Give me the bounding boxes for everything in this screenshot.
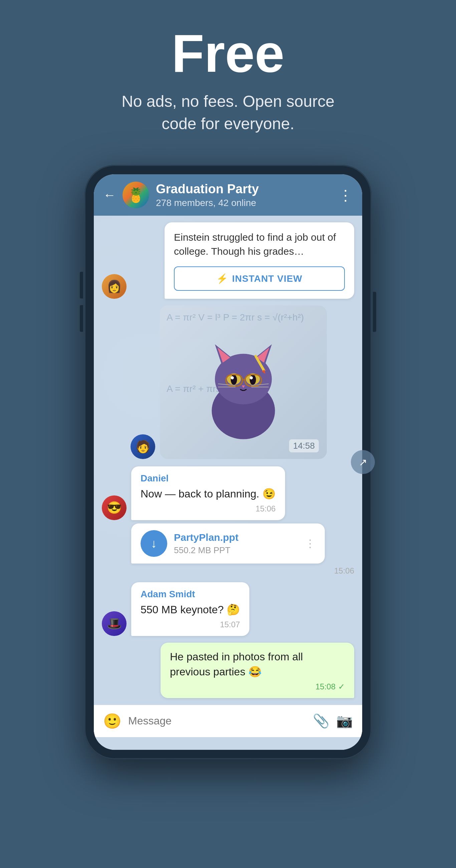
daniel-message-row: 😎 Daniel Now — back to planning. 😉 15:06 [102, 466, 354, 520]
hero-section: Free No ads, no fees. Open sourcecode fo… [0, 0, 456, 155]
avatar-image: 🍍 [123, 182, 149, 208]
input-bar: 🙂 📎 📷 [94, 705, 362, 737]
daniel-text: Now — back to planning. 😉 [141, 487, 276, 501]
chat-menu-button[interactable]: ⋮ [338, 187, 353, 204]
own-message-row: He pasted in photos from all previous pa… [102, 643, 354, 698]
instant-view-label: INSTANT VIEW [232, 273, 302, 284]
file-menu-button[interactable]: ⋮ [305, 537, 315, 550]
sender-avatar-4: 🎩 [102, 611, 126, 636]
daniel-bubble: Daniel Now — back to planning. 😉 15:06 [131, 466, 285, 520]
checkmark-icon: ✓ [338, 682, 345, 691]
group-avatar: 🍍 [123, 182, 149, 208]
camera-button[interactable]: 📷 [336, 713, 353, 729]
adam-sender: Adam Smidt [141, 589, 240, 599]
hero-title: Free [172, 27, 284, 80]
chat-body: 👩 Einstein struggled to find a job out o… [94, 216, 362, 750]
article-message-row: 👩 Einstein struggled to find a job out o… [102, 222, 354, 299]
article-text: Einstein struggled to find a job out of … [164, 222, 354, 264]
chat-meta: 278 members, 42 online [156, 198, 332, 208]
svg-point-10 [231, 376, 234, 379]
sender-avatar-3: 😎 [102, 495, 126, 520]
file-name: PartyPlan.ppt [174, 532, 298, 543]
svg-point-8 [231, 375, 237, 385]
phone-mockup: ← 🍍 Graduation Party 278 members, 42 onl… [85, 165, 371, 759]
cat-sticker [190, 322, 297, 442]
adam-bubble: Adam Smidt 550 MB keynote? 🤔 15:07 [131, 582, 249, 636]
adam-text: 550 MB keynote? 🤔 [141, 602, 240, 617]
file-message-row: ↓ PartyPlan.ppt 550.2 MB PPT ⋮ 15:06 [131, 524, 354, 576]
hero-subtitle: No ads, no fees. Open sourcecode for eve… [122, 90, 334, 135]
own-time: 15:08 ✓ [170, 682, 345, 691]
phone-screen: ← 🍍 Graduation Party 278 members, 42 onl… [94, 174, 362, 750]
article-message: Einstein struggled to find a job out of … [131, 222, 354, 299]
file-info: PartyPlan.ppt 550.2 MB PPT [174, 532, 298, 556]
svg-point-11 [250, 376, 253, 379]
download-button[interactable]: ↓ [141, 530, 167, 557]
file-bubble: ↓ PartyPlan.ppt 550.2 MB PPT ⋮ [131, 524, 325, 563]
file-time: 15:06 [164, 566, 354, 576]
sticker-row: 🧑 A = πr²V = l³P = 2πr s = √(r²+h²)A = π… [130, 306, 354, 459]
chat-header: ← 🍍 Graduation Party 278 members, 42 onl… [94, 174, 362, 216]
svg-point-9 [250, 375, 256, 385]
lightning-icon: ⚡ [216, 273, 228, 284]
article-bubble: Einstein struggled to find a job out of … [164, 222, 354, 299]
sender-avatar-2: 🧑 [130, 434, 155, 459]
message-input[interactable] [128, 715, 306, 727]
instant-view-button[interactable]: ⚡ INSTANT VIEW [174, 267, 345, 291]
sticker-message: A = πr²V = l³P = 2πr s = √(r²+h²)A = πr²… [160, 306, 327, 459]
daniel-time: 15:06 [141, 504, 276, 514]
attach-button[interactable]: 📎 [313, 713, 330, 729]
adam-time: 15:07 [141, 620, 240, 629]
phone-outer: ← 🍍 Graduation Party 278 members, 42 onl… [85, 165, 371, 759]
file-size: 550.2 MB PPT [174, 545, 298, 556]
messages-container: 👩 Einstein struggled to find a job out o… [94, 216, 362, 705]
sender-avatar-1: 👩 [102, 274, 126, 299]
emoji-button[interactable]: 🙂 [103, 712, 122, 730]
own-time-label: 15:08 [315, 682, 335, 691]
own-text: He pasted in photos from all previous pa… [170, 649, 345, 679]
own-bubble: He pasted in photos from all previous pa… [160, 643, 354, 698]
chat-info: Graduation Party 278 members, 42 online [156, 182, 332, 208]
sticker-background: A = πr²V = l³P = 2πr s = √(r²+h²)A = πr²… [160, 306, 327, 459]
adam-message-row: 🎩 Adam Smidt 550 MB keynote? 🤔 15:07 [102, 582, 354, 636]
back-button[interactable]: ← [103, 189, 116, 201]
daniel-sender: Daniel [141, 473, 276, 484]
chat-name: Graduation Party [156, 182, 332, 196]
